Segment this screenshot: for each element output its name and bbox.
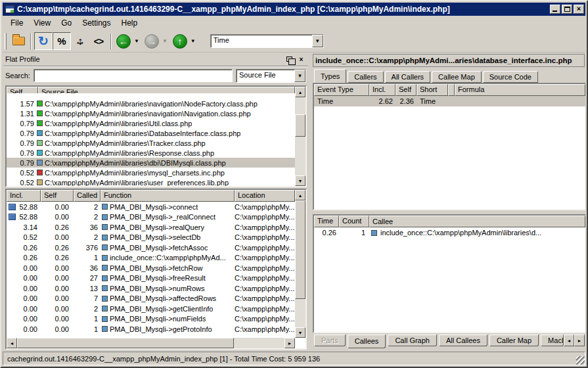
- scroll-track[interactable]: [234, 338, 284, 348]
- scroll-up-button[interactable]: ▲: [295, 87, 305, 97]
- event-type-combo[interactable]: Time ▼: [210, 34, 324, 48]
- column-header-count[interactable]: Count: [339, 216, 369, 227]
- tab-call-graph[interactable]: Call Graph: [388, 334, 437, 346]
- menu-item-file[interactable]: File: [5, 17, 28, 29]
- tab-caller-map[interactable]: Caller Map: [489, 334, 539, 346]
- scroll-right-button[interactable]: ►: [284, 338, 295, 348]
- location-cell: C:\xampp\phpMy...: [235, 294, 295, 302]
- column-header-called[interactable]: Called: [74, 190, 101, 202]
- search-input[interactable]: [34, 69, 233, 82]
- function-icon: [102, 316, 108, 322]
- table-row[interactable]: Time 2.62 2.36 Time: [314, 96, 585, 106]
- tab-types[interactable]: Types: [314, 69, 346, 83]
- column-header-incl-[interactable]: Incl.: [7, 190, 41, 202]
- scroll-down-button[interactable]: ▼: [295, 327, 305, 338]
- color-swatch-icon: [37, 179, 43, 185]
- file-row[interactable]: 0.79C:\xampp\phpMyAdmin\libraries\Tracke…: [7, 138, 295, 148]
- back-button[interactable]: ←: [114, 32, 133, 50]
- column-header-formula[interactable]: Formula: [455, 84, 585, 96]
- column-header-event-type[interactable]: Event Type: [314, 84, 369, 96]
- scroll-thumb[interactable]: [17, 338, 234, 348]
- group-by-combo[interactable]: Source File ▼: [236, 69, 306, 83]
- file-row[interactable]: 0.79C:\xampp\phpMyAdmin\libraries\Respon…: [7, 148, 295, 158]
- tab-scroll-left-button[interactable]: ◄: [564, 334, 574, 346]
- function-icon: [102, 224, 108, 230]
- tab-all-callees[interactable]: All Callees: [439, 334, 487, 346]
- function-row[interactable]: 0.000.0013PMA_DBI_Mysqli->numRowsC:\xamp…: [7, 283, 295, 294]
- menu-item-view[interactable]: View: [28, 17, 56, 29]
- forward-dropdown-caret[interactable]: ▼: [162, 38, 168, 44]
- minimize-button[interactable]: [550, 5, 560, 14]
- scroll-thumb[interactable]: [295, 200, 305, 299]
- main-area: Flat Profile × Search: Source File ▼ Sel…: [3, 53, 585, 350]
- scroll-track[interactable]: [295, 97, 305, 175]
- tab-all-callers[interactable]: All Callers: [385, 71, 431, 83]
- function-row[interactable]: 0.260.26376PMA_DBI_Mysqli->fetchAssocC:\…: [7, 242, 295, 253]
- maximize-button[interactable]: [562, 5, 572, 14]
- shorten-templates-button[interactable]: <>: [89, 32, 108, 50]
- toolbar-handle[interactable]: [5, 33, 7, 50]
- column-header-function[interactable]: Function: [101, 190, 235, 202]
- back-dropdown-caret[interactable]: ▼: [134, 38, 139, 44]
- menu-item-settings[interactable]: Settings: [77, 17, 116, 29]
- up-button[interactable]: ↑: [171, 32, 189, 50]
- menu-item-go[interactable]: Go: [56, 17, 77, 29]
- column-header-self[interactable]: Self: [41, 190, 74, 202]
- function-row[interactable]: 0.000.002PMA_DBI_Mysqli->getClientInfoC:…: [7, 304, 295, 314]
- tab-callers[interactable]: Callers: [348, 71, 383, 83]
- file-row[interactable]: 0.52C:\xampp\phpMyAdmin\libraries\mysql_…: [7, 168, 295, 177]
- column-header-location[interactable]: Location: [235, 190, 295, 202]
- resize-grip[interactable]: [576, 356, 585, 365]
- tab-callee-map[interactable]: Callee Map: [432, 71, 482, 83]
- scroll-down-button[interactable]: ▼: [295, 175, 305, 186]
- called-count-cell: 1: [74, 325, 101, 333]
- file-row[interactable]: 1.57C:\xampp\phpMyAdmin\libraries\naviga…: [7, 99, 295, 108]
- up-dropdown-caret[interactable]: ▼: [191, 38, 196, 44]
- column-header-time[interactable]: Time: [314, 216, 339, 227]
- file-row[interactable]: 0.79C:\xampp\phpMyAdmin\libraries\Util.c…: [7, 118, 295, 128]
- function-row[interactable]: 0.520.002PMA_DBI_Mysqli->selectDbC:\xamp…: [7, 233, 295, 243]
- function-row[interactable]: 52.880.002PMA_DBI_Mysqli->connectC:\xamp…: [7, 202, 295, 212]
- file-row[interactable]: 0.79C:\xampp\phpMyAdmin\libraries\dbi\DB…: [7, 158, 295, 168]
- function-name-cell: include_once::C:\xampp\phpMyAd...: [101, 254, 235, 262]
- incl-cost-cell: 0.00: [7, 315, 41, 323]
- types-table: Event TypeIncl.SelfShortFormula Time 2.6…: [313, 83, 585, 210]
- cycle-toggle-button[interactable]: ↻: [34, 32, 53, 50]
- scroll-left-button[interactable]: ◄: [7, 338, 17, 348]
- combo-dropdown-button[interactable]: ▼: [294, 70, 305, 82]
- tab-source-code[interactable]: Source Code: [483, 71, 538, 83]
- function-row[interactable]: 0.000.001PMA_DBI_Mysqli->numFieldsC:\xam…: [7, 314, 295, 325]
- bottom-tab-bar: PartsCalleesCall GraphAll CalleesCaller …: [314, 334, 585, 348]
- file-row[interactable]: 0.52C:\xampp\phpMyAdmin\libraries\user_p…: [7, 177, 295, 186]
- scroll-thumb[interactable]: [295, 114, 305, 137]
- function-row[interactable]: 0.260.261include_once::C:\xampp\phpMyAd.…: [7, 253, 295, 264]
- combo-dropdown-button[interactable]: ▼: [312, 35, 323, 47]
- relative-cost-button[interactable]: ↔↕: [71, 32, 89, 50]
- function-row[interactable]: 0.000.0027PMA_DBI_Mysqli->freeResultC:\x…: [7, 273, 295, 284]
- file-row[interactable]: 0.79C:\xampp\phpMyAdmin\libraries\Databa…: [7, 128, 295, 138]
- scroll-track[interactable]: [295, 200, 305, 327]
- table-row[interactable]: 0.26 1 include_once::C:\xampp\phpMyAdmin…: [314, 227, 585, 238]
- forward-button[interactable]: →: [143, 32, 161, 50]
- dock-float-button[interactable]: [284, 55, 294, 64]
- column-header-self[interactable]: Self: [396, 84, 417, 96]
- percent-toggle-button[interactable]: %: [53, 32, 71, 50]
- file-row[interactable]: 1.31C:\xampp\phpMyAdmin\libraries\naviga…: [7, 108, 295, 118]
- tab-scroll-right-button[interactable]: ►: [574, 334, 585, 346]
- close-button[interactable]: ×: [574, 5, 584, 14]
- column-header-callee[interactable]: Callee: [369, 216, 585, 227]
- scroll-up-button[interactable]: ▲: [295, 190, 305, 200]
- function-icon: [102, 326, 108, 332]
- dock-close-button[interactable]: ×: [296, 55, 306, 64]
- open-file-button[interactable]: [9, 32, 28, 50]
- menu-item-help[interactable]: Help: [116, 17, 143, 29]
- function-row[interactable]: 0.000.001PMA_DBI_Mysqli->getProtoInfoC:\…: [7, 324, 295, 334]
- column-header-incl-[interactable]: Incl.: [369, 84, 396, 96]
- function-row[interactable]: 0.000.007PMA_DBI_Mysqli->affectedRowsC:\…: [7, 294, 295, 304]
- function-row[interactable]: 0.000.0036PMA_DBI_Mysqli->fetchRowC:\xam…: [7, 263, 295, 273]
- column-header-short[interactable]: Short: [417, 84, 448, 96]
- function-row[interactable]: 52.880.002PMA_DBI_Mysqli->_realConnectC:…: [7, 212, 295, 223]
- tab-machine[interactable]: Machine: [541, 334, 564, 346]
- function-row[interactable]: 3.140.2636PMA_DBI_Mysqli->realQueryC:\xa…: [7, 222, 295, 233]
- tab-callees[interactable]: Callees: [348, 334, 386, 348]
